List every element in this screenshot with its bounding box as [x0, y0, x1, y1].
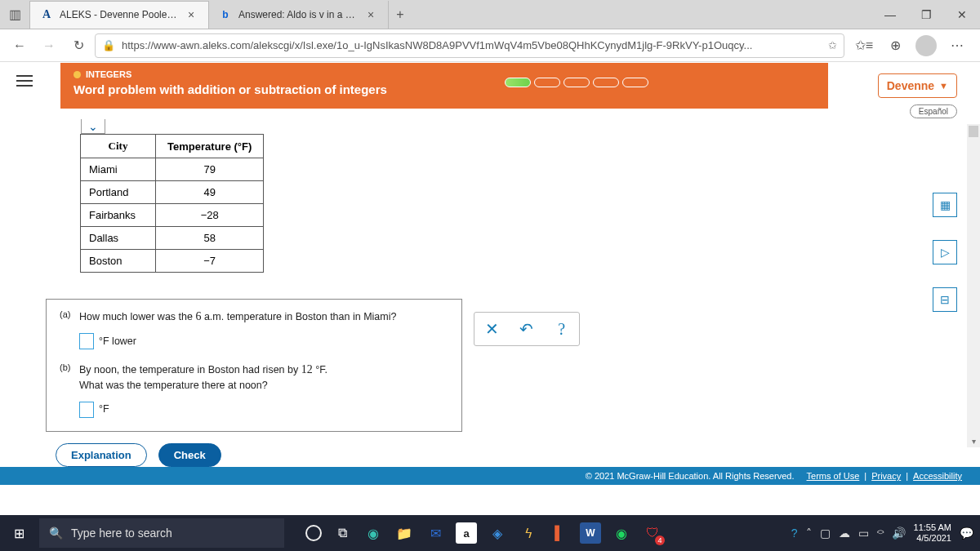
url-text: https://www-awn.aleks.com/alekscgi/x/Isl… [122, 39, 822, 51]
video-icon[interactable]: ▷ [933, 240, 957, 264]
wifi-icon[interactable]: ⌔ [877, 527, 884, 540]
battery-icon[interactable]: ▭ [858, 527, 869, 540]
chevron-up-icon[interactable]: ˄ [806, 527, 812, 540]
undo-icon[interactable]: ↶ [513, 319, 541, 339]
dropbox-icon[interactable]: ◈ [487, 522, 508, 544]
collections-icon[interactable]: ⊕ [884, 34, 906, 57]
notifications-icon[interactable]: 💬 [960, 527, 973, 540]
accessibility-link[interactable]: Accessibility [913, 471, 962, 481]
search-placeholder: Type here to search [71, 527, 172, 540]
input-toolbar: ✕ ↶ ? [474, 312, 580, 346]
window-controls: ― ❐ ✕ [872, 0, 980, 29]
close-icon[interactable]: ✕ [944, 0, 980, 29]
refresh-button[interactable]: ↻ [65, 33, 91, 59]
tab-actions-icon[interactable]: ▥ [0, 7, 29, 22]
meet-now-icon[interactable]: ▢ [820, 527, 831, 540]
star-icon[interactable]: ✩ [828, 39, 837, 51]
calculator-icon[interactable]: ▦ [933, 193, 957, 217]
word-icon[interactable]: W [580, 522, 601, 544]
privacy-link[interactable]: Privacy [871, 471, 901, 481]
question-box: (a) How much lower was the 6 a.m. temper… [46, 299, 462, 432]
part-b-label: (b) [60, 361, 70, 375]
topic-dot-icon [74, 71, 81, 78]
language-toggle[interactable]: Español [910, 104, 957, 118]
table-row: Miami [81, 158, 156, 181]
col-temp: Temperature (°F) [156, 135, 264, 158]
tab-aleks[interactable]: A ALEKS - Devenne Poole - Learn × [29, 1, 209, 29]
table-row: Dallas [81, 227, 156, 250]
favorites-icon[interactable]: ✩≡ [853, 34, 875, 57]
restore-icon[interactable]: ❐ [908, 0, 944, 29]
answer-a-input[interactable] [79, 333, 94, 349]
answer-b-unit: °F [99, 402, 109, 417]
onedrive-icon[interactable]: ☁ [839, 527, 850, 540]
minimize-icon[interactable]: ― [872, 0, 908, 29]
progress-bar [505, 78, 648, 87]
help-icon[interactable]: ? [548, 320, 576, 339]
profile-icon[interactable] [915, 34, 938, 57]
aleks-page: INTEGERS Word problem with addition or s… [0, 62, 980, 500]
help-tray-icon[interactable]: ? [791, 527, 798, 540]
table-row: Portland [81, 181, 156, 204]
windows-taskbar: ⊞ 🔍 Type here to search ⧉ ◉ 📁 ✉ a ◈ ϟ ▌ … [0, 515, 980, 551]
copyright: © 2021 McGraw-Hill Education. All Rights… [586, 471, 795, 481]
lesson-title: Word problem with addition or subtractio… [74, 82, 815, 96]
edge-icon[interactable]: ◉ [363, 522, 384, 544]
tab-bartleby[interactable]: b Answered: Aldo is v in a bike rac × [209, 1, 389, 29]
forward-button: → [36, 33, 62, 59]
answer-b-input[interactable] [79, 402, 94, 418]
winamp-icon[interactable]: ϟ [518, 522, 539, 544]
chevron-down-icon: ▼ [939, 81, 948, 91]
part-a-text: How much lower was the 6 a.m. temperatur… [79, 311, 396, 322]
amazon-icon[interactable]: a [456, 522, 477, 544]
topic-label: INTEGERS [86, 69, 131, 79]
start-button[interactable]: ⊞ [0, 526, 38, 541]
mail-icon[interactable]: ✉ [425, 522, 446, 544]
address-bar: ← → ↻ 🔒 https://www-awn.aleks.com/aleksc… [0, 29, 980, 62]
cortana-icon[interactable] [305, 525, 322, 541]
office-icon[interactable]: ▌ [549, 522, 570, 544]
dictionary-icon[interactable]: ⊟ [933, 287, 957, 312]
explanation-button[interactable]: Explanation [56, 443, 147, 467]
scroll-down-icon[interactable]: ▾ [967, 434, 980, 447]
clear-icon[interactable]: ✕ [478, 319, 506, 339]
scroll-thumb[interactable] [969, 126, 978, 137]
expand-table-button[interactable]: ⌄ [81, 119, 105, 134]
close-icon[interactable]: × [184, 8, 198, 21]
close-icon[interactable]: × [363, 8, 378, 21]
spotify-icon[interactable]: ◉ [611, 522, 632, 544]
url-field[interactable]: 🔒 https://www-awn.aleks.com/alekscgi/x/I… [95, 33, 844, 58]
answer-a-unit: °F lower [99, 334, 136, 349]
scrollbar[interactable]: ▾ [967, 124, 980, 447]
part-b-text: By noon, the temperature in Boston had r… [79, 364, 327, 391]
table-row: Fairbanks [81, 204, 156, 227]
aleks-favicon: A [40, 8, 53, 21]
lock-icon: 🔒 [102, 39, 115, 51]
volume-icon[interactable]: 🔊 [892, 527, 906, 540]
tab-title: ALEKS - Devenne Poole - Learn [60, 9, 177, 20]
bartleby-favicon: b [219, 8, 232, 21]
more-icon[interactable]: ⋯ [946, 34, 969, 57]
mcafee-icon[interactable]: 🛡 [642, 522, 663, 544]
search-icon: 🔍 [49, 527, 63, 540]
taskbar-search[interactable]: 🔍 Type here to search [39, 518, 284, 548]
check-button[interactable]: Check [158, 443, 221, 467]
tab-title: Answered: Aldo is v in a bike rac [238, 9, 357, 20]
task-view-icon[interactable]: ⧉ [332, 522, 353, 544]
new-tab-button[interactable]: + [389, 7, 412, 22]
part-a-label: (a) [60, 308, 70, 322]
browser-tab-strip: ▥ A ALEKS - Devenne Poole - Learn × b An… [0, 0, 980, 29]
clock[interactable]: 11:55 AM 4/5/2021 [914, 522, 951, 543]
col-city: City [81, 135, 156, 158]
user-menu[interactable]: Devenne▼ [878, 73, 957, 98]
menu-icon[interactable] [16, 75, 33, 87]
side-tools: ▦ ▷ ⊟ [933, 193, 957, 312]
lesson-header: INTEGERS Word problem with addition or s… [60, 63, 828, 109]
terms-link[interactable]: Terms of Use [807, 471, 860, 481]
page-footer: © 2021 McGraw-Hill Education. All Rights… [0, 467, 980, 485]
table-row: Boston [81, 250, 156, 273]
temperature-table: CityTemperature (°F) Miami79 Portland49 … [80, 134, 264, 273]
back-button[interactable]: ← [7, 33, 33, 59]
explorer-icon[interactable]: 📁 [394, 522, 415, 544]
